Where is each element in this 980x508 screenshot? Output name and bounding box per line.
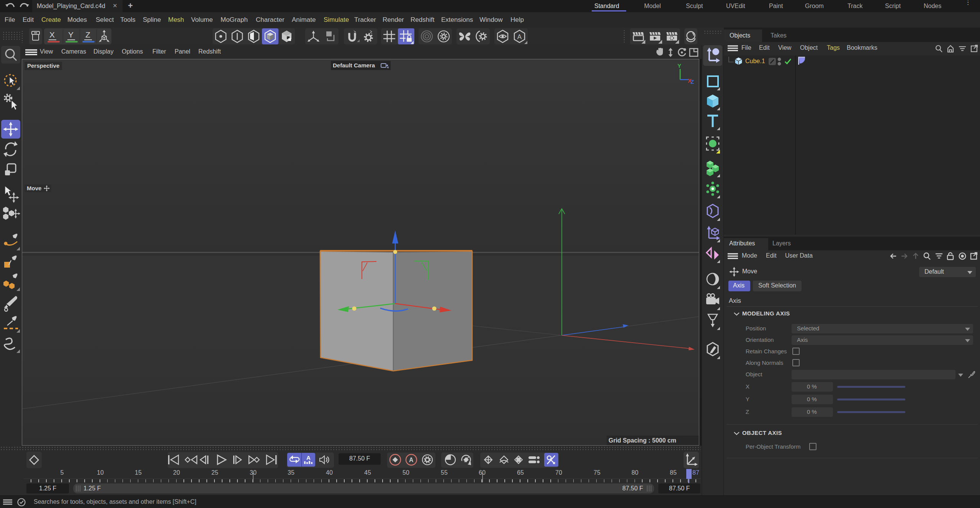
svg-text:A: A	[306, 454, 311, 461]
svg-text:Z: Z	[690, 78, 694, 85]
svg-text:A: A	[409, 457, 414, 463]
svg-text:Y: Y	[677, 62, 681, 69]
svg-text:A: A	[517, 33, 522, 41]
